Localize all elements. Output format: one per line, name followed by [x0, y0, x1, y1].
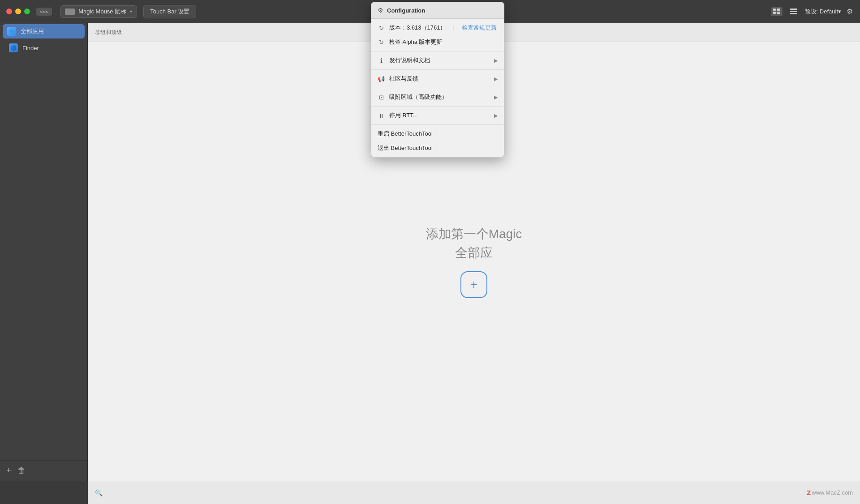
- menu-release-section: ℹ 发行说明和文档 ▶: [371, 51, 504, 70]
- dropdown-overlay: ⚙ Configuration ↻ 版本：3.613（1761） | 检查常规更…: [0, 0, 860, 504]
- refresh-alpha-icon: ↻: [378, 39, 385, 46]
- menu-pause-section: ⏸ 停用 BTT... ▶: [371, 107, 504, 125]
- submenu-arrow-icon: ▶: [494, 94, 498, 100]
- submenu-arrow-icon: ▶: [494, 76, 498, 82]
- info-icon: ℹ: [378, 57, 385, 64]
- alpha-text: 检查 Alpha 版本更新: [389, 38, 498, 46]
- community-text: 社区与反馈: [389, 75, 490, 83]
- check-update-link[interactable]: 检查常规更新: [462, 24, 497, 32]
- menu-item-alpha[interactable]: ↻ 检查 Alpha 版本更新: [371, 35, 504, 49]
- zone-icon: ⊡: [378, 94, 385, 101]
- menu-zone-section: ⊡ 吸附区域（高级功能） ▶: [371, 88, 504, 107]
- version-text: 版本：3.613（1761）: [389, 24, 446, 32]
- menu-item-pause[interactable]: ⏸ 停用 BTT... ▶: [371, 108, 504, 123]
- menu-item-version: ↻ 版本：3.613（1761） | 检查常规更新: [371, 21, 504, 35]
- release-text: 发行说明和文档: [389, 56, 490, 64]
- submenu-arrow-icon: ▶: [494, 113, 498, 119]
- menu-item-community[interactable]: 📢 社区与反馈 ▶: [371, 72, 504, 86]
- menu-app-section: 重启 BetterTouchTool 退出 BetterTouchTool: [371, 125, 504, 157]
- menu-header: ⚙ Configuration: [371, 2, 504, 19]
- menu-item-quit[interactable]: 退出 BetterTouchTool: [371, 141, 504, 155]
- menu-title: Configuration: [387, 7, 425, 14]
- megaphone-icon: 📢: [378, 76, 385, 82]
- version-divider: |: [453, 25, 454, 31]
- menu-item-restart[interactable]: 重启 BetterTouchTool: [371, 127, 504, 141]
- pause-text: 停用 BTT...: [389, 111, 490, 120]
- menu-item-release[interactable]: ℹ 发行说明和文档 ▶: [371, 53, 504, 68]
- dropdown-menu: ⚙ Configuration ↻ 版本：3.613（1761） | 检查常规更…: [371, 2, 504, 158]
- menu-version-section: ↻ 版本：3.613（1761） | 检查常规更新 ↻ 检查 Alpha 版本更…: [371, 19, 504, 51]
- pause-icon: ⏸: [378, 112, 385, 119]
- menu-gear-icon: ⚙: [378, 7, 383, 14]
- submenu-arrow-icon: ▶: [494, 58, 498, 64]
- menu-community-section: 📢 社区与反馈 ▶: [371, 70, 504, 88]
- menu-item-zone[interactable]: ⊡ 吸附区域（高级功能） ▶: [371, 90, 504, 104]
- refresh-icon: ↻: [378, 25, 385, 31]
- quit-text: 退出 BetterTouchTool: [378, 144, 498, 152]
- restart-text: 重启 BetterTouchTool: [378, 130, 498, 138]
- zone-text: 吸附区域（高级功能）: [389, 93, 490, 101]
